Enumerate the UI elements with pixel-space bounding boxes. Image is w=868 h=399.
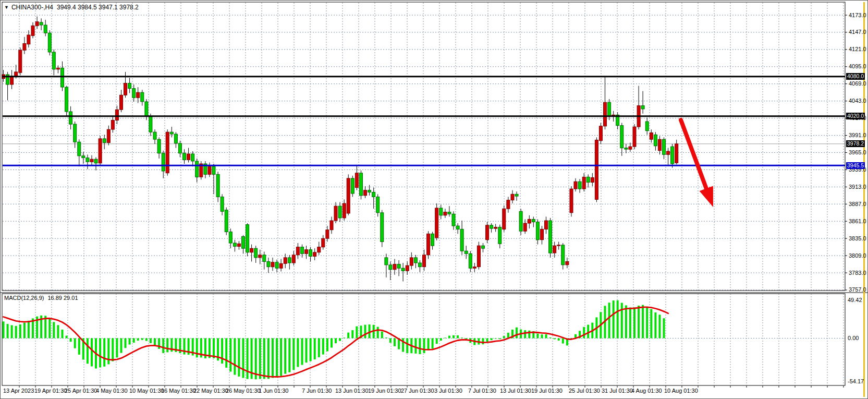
macd-histogram-bar	[145, 338, 148, 341]
candle-body	[242, 236, 245, 248]
candle-body	[667, 151, 670, 154]
time-label: 13 Jun 01:30	[335, 388, 369, 394]
candle-body	[237, 244, 240, 246]
candle-body	[541, 229, 544, 239]
macd-histogram-bar	[625, 305, 627, 338]
macd-histogram-bar	[453, 335, 455, 338]
time-label: 1 Jun 01:30	[259, 388, 289, 394]
candle-body	[381, 213, 384, 242]
macd-indicator-label: MACD(12,26,9)16.89 29.01	[4, 295, 78, 301]
candle-body	[288, 258, 291, 263]
time-label: 7 Jun 01:30	[302, 388, 332, 394]
price-level-badge: 3978.2	[846, 140, 865, 147]
macd-histogram-bar	[125, 338, 127, 348]
macd-histogram-bar	[461, 337, 463, 338]
macd-histogram-bar	[263, 338, 265, 379]
candle-body	[44, 25, 47, 33]
macd-histogram-bar	[3, 321, 5, 338]
macd-histogram-bar	[137, 338, 139, 341]
macd-histogram-bar	[558, 338, 560, 341]
time-label: 19 Jun 01:30	[368, 388, 401, 394]
candle-body	[633, 127, 636, 147]
candle-body	[578, 182, 581, 189]
macd-histogram-bar	[549, 337, 552, 338]
time-label: 25 Apr 01:30	[65, 388, 97, 394]
candle-body	[549, 221, 552, 253]
time-label: 10 Aug 01:30	[664, 388, 698, 394]
macd-histogram-bar	[53, 322, 55, 338]
macd-histogram-bar	[331, 338, 333, 348]
macd-histogram-bar	[158, 338, 160, 349]
macd-histogram-bar	[103, 338, 105, 367]
candle-body	[355, 173, 358, 188]
macd-histogram-bar	[87, 338, 89, 364]
candle-body	[301, 247, 304, 254]
time-label: 13 Jul 01:30	[500, 388, 531, 394]
candle-body	[216, 174, 219, 197]
candle-body	[574, 182, 577, 189]
macd-histogram-bar	[48, 318, 51, 338]
macd-histogram-bar	[78, 338, 80, 355]
candle-body	[263, 255, 266, 262]
candle-body	[595, 140, 598, 199]
symbol-dropdown-icon[interactable]: ▼	[4, 5, 9, 10]
candle-body	[279, 263, 283, 268]
macd-histogram-bar	[255, 338, 257, 380]
candle-body	[343, 203, 346, 218]
candle-body	[410, 258, 413, 265]
candle-body	[654, 135, 657, 146]
candle-body	[498, 227, 502, 244]
candle-body	[178, 143, 181, 153]
price-tick-label: 4043.0	[849, 98, 866, 104]
candle-body	[149, 116, 152, 132]
macd-histogram-bar	[225, 338, 227, 368]
chart-window: ▼CHINA300-,H43949.4 3984.5 3947.1 3978.2…	[0, 0, 868, 399]
candle-body	[212, 166, 215, 174]
candle-body	[586, 177, 590, 182]
candle-body	[31, 26, 34, 35]
time-label: 4 May 01:30	[96, 388, 128, 394]
trend-arrow-shaft[interactable]	[681, 120, 707, 191]
macd-tick-label: 49.42	[848, 297, 862, 304]
macd-histogram-bar	[91, 338, 93, 367]
candle-body	[414, 258, 417, 263]
macd-histogram-bar	[259, 338, 261, 379]
candle-body	[477, 246, 480, 267]
macd-histogram-bar	[423, 338, 425, 354]
macd-histogram-bar	[166, 338, 168, 353]
candle-body	[195, 161, 199, 177]
macd-histogram-bar	[234, 338, 236, 375]
price-tick-label: 3835.0	[849, 235, 866, 242]
candle-body	[582, 177, 585, 189]
macd-tick-label: 0.00	[848, 335, 859, 342]
candle-body	[115, 110, 118, 120]
macd-histogram-bar	[562, 338, 564, 344]
candle-body	[233, 243, 236, 246]
candle-body	[292, 255, 295, 263]
macd-histogram-bar	[528, 331, 530, 338]
macd-histogram-bar	[57, 325, 59, 338]
macd-histogram-bar	[613, 300, 615, 338]
macd-histogram-bar	[638, 306, 640, 338]
candle-body	[376, 197, 380, 212]
candle-body	[15, 72, 18, 76]
macd-histogram-bar	[364, 325, 366, 338]
candle-body	[401, 268, 405, 271]
candle-body	[360, 173, 363, 196]
symbol-timeframe: CHINA300-,H4	[11, 4, 53, 11]
time-label: 19 Jul 01:30	[531, 388, 563, 394]
candle-body	[523, 223, 527, 231]
candle-body	[284, 258, 287, 263]
macd-histogram-bar	[133, 338, 135, 343]
candle-body	[267, 262, 270, 267]
candle-body	[191, 154, 194, 161]
candle-body	[397, 264, 400, 269]
price-level-badge: 3945.5	[846, 162, 865, 169]
candle-body	[599, 126, 602, 141]
candle-body	[128, 83, 131, 89]
macd-histogram-bar	[242, 338, 244, 378]
chart-canvas[interactable]	[1, 1, 868, 399]
candle-body	[56, 68, 59, 69]
candle-body	[141, 92, 144, 102]
macd-histogram-bar	[66, 336, 68, 338]
